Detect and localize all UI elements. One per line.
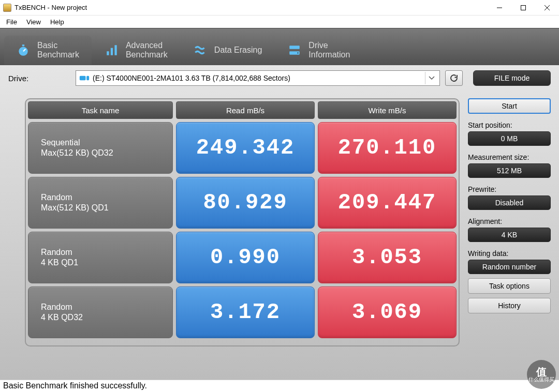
window-title: TxBENCH - New project: [14, 4, 488, 11]
read-value[interactable]: 3.172: [176, 287, 315, 338]
task-random-512k-qd1[interactable]: RandomMax(512 KB) QD1: [28, 177, 173, 229]
erase-icon: [194, 43, 207, 57]
measurement-size-value[interactable]: 512 MB: [468, 163, 551, 178]
write-value[interactable]: 3.053: [318, 232, 457, 283]
read-value[interactable]: 0.990: [176, 232, 315, 283]
tab-label-l1: Advanced: [126, 41, 163, 50]
table-row: RandomMax(512 KB) QD1 80.929 209.447: [28, 177, 457, 229]
tab-data-erasing[interactable]: Data Erasing: [181, 36, 275, 65]
history-button[interactable]: History: [468, 298, 551, 313]
drive-select[interactable]: (E:) ST4000NE001-2MA101 3.63 TB (7,814,0…: [76, 70, 440, 86]
drive-label: Drive:: [8, 74, 70, 83]
tab-label-l2: Information: [308, 50, 350, 59]
close-button[interactable]: [535, 0, 559, 15]
start-position-label: Start position:: [468, 121, 551, 129]
refresh-icon: [449, 73, 459, 83]
tab-basic-benchmark[interactable]: BasicBenchmark: [4, 36, 92, 65]
header-read: Read mB/s: [176, 101, 315, 119]
menu-view[interactable]: View: [23, 17, 47, 27]
task-options-button[interactable]: Task options: [468, 278, 551, 294]
stopwatch-icon: [17, 43, 30, 57]
svg-rect-5: [22, 44, 24, 46]
minimize-button[interactable]: [488, 0, 511, 15]
task-sequential-qd32[interactable]: SequentialMax(512 KB) QD32: [28, 122, 173, 174]
header-task: Task name: [28, 101, 173, 119]
write-value[interactable]: 209.447: [318, 177, 457, 229]
sidebar: Start Start position: 0 MB Measurement s…: [468, 98, 551, 380]
write-value[interactable]: 270.110: [318, 122, 457, 174]
tab-label-l2: Benchmark: [126, 50, 168, 59]
start-position-value[interactable]: 0 MB: [468, 131, 551, 146]
maximize-button[interactable]: [511, 0, 535, 15]
svg-rect-11: [290, 46, 300, 49]
measurement-size-label: Measurement size:: [468, 153, 551, 161]
disk-icon: [79, 74, 90, 82]
task-random-4k-qd1[interactable]: Random4 KB QD1: [28, 232, 173, 283]
results-table: Task name Read mB/s Write mB/s Sequentia…: [25, 98, 460, 346]
prewrite-label: Prewrite:: [468, 185, 551, 193]
alignment-value[interactable]: 4 KB: [468, 228, 551, 242]
tab-advanced-benchmark[interactable]: AdvancedBenchmark: [93, 36, 180, 65]
app-icon: [3, 4, 11, 12]
svg-rect-7: [107, 51, 109, 55]
task-random-4k-qd32[interactable]: Random4 KB QD32: [28, 287, 173, 338]
drive-value: (E:) ST4000NE001-2MA101 3.63 TB (7,814,0…: [93, 74, 290, 82]
write-value[interactable]: 3.069: [318, 287, 457, 338]
menu-bar: File View Help: [0, 16, 559, 28]
chevron-down-icon: [425, 72, 437, 84]
title-bar: TxBENCH - New project: [0, 0, 559, 16]
tab-label-l1: Drive: [308, 41, 328, 50]
svg-rect-8: [111, 48, 113, 55]
status-bar: Basic Benchmark finished successfully.: [0, 380, 559, 392]
tab-label-l1: Basic: [37, 41, 57, 50]
tab-label-l1: Data Erasing: [214, 46, 262, 54]
table-row: Random4 KB QD32 3.172 3.069: [28, 287, 457, 338]
menu-help[interactable]: Help: [47, 17, 70, 27]
svg-rect-1: [521, 5, 526, 10]
file-mode-button[interactable]: FILE mode: [473, 70, 551, 86]
tab-bar: BasicBenchmark AdvancedBenchmark Data Er…: [0, 28, 559, 65]
header-write: Write mB/s: [318, 101, 457, 119]
start-button[interactable]: Start: [468, 98, 551, 114]
menu-file[interactable]: File: [3, 17, 23, 27]
svg-point-12: [298, 52, 299, 53]
read-value[interactable]: 249.342: [176, 122, 315, 174]
main-area: Drive: (E:) ST4000NE001-2MA101 3.63 TB (…: [0, 65, 559, 380]
svg-rect-14: [86, 76, 89, 80]
svg-rect-13: [80, 76, 86, 80]
watermark: 值 什么值得买: [527, 360, 556, 389]
prewrite-value[interactable]: Disabled: [468, 195, 551, 210]
refresh-button[interactable]: [445, 70, 463, 86]
drive-row: Drive: (E:) ST4000NE001-2MA101 3.63 TB (…: [0, 65, 559, 86]
svg-rect-9: [114, 45, 116, 55]
table-row: Random4 KB QD1 0.990 3.053: [28, 232, 457, 283]
drive-icon: [288, 43, 301, 57]
svg-point-4: [19, 47, 27, 56]
table-row: SequentialMax(512 KB) QD32 249.342 270.1…: [28, 122, 457, 174]
tab-drive-information[interactable]: DriveInformation: [275, 36, 362, 65]
writing-data-label: Writing data:: [468, 249, 551, 258]
alignment-label: Alignment:: [468, 217, 551, 225]
tab-label-l2: Benchmark: [37, 50, 79, 59]
read-value[interactable]: 80.929: [176, 177, 315, 229]
writing-data-value[interactable]: Random number: [468, 260, 551, 274]
bars-icon: [105, 43, 119, 57]
